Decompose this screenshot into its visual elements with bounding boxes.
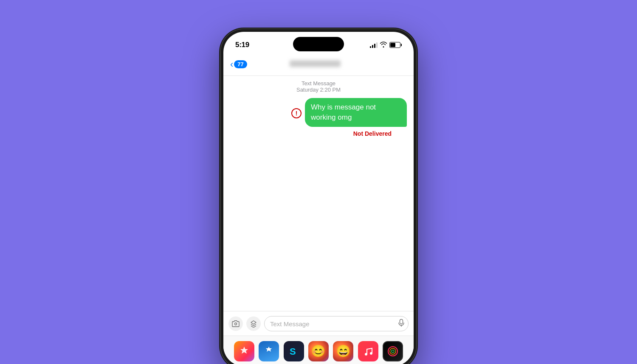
signal-bars-icon <box>370 42 378 48</box>
dock-icon-music[interactable] <box>358 341 378 361</box>
status-time: 5:19 <box>235 41 249 49</box>
svg-point-10 <box>392 350 394 353</box>
back-chevron-icon: ‹ <box>230 60 233 69</box>
dock-icon-appstore[interactable] <box>259 341 279 361</box>
svg-marker-4 <box>240 347 248 354</box>
dock: S 😊 😄 <box>223 336 414 364</box>
dock-icon-photos[interactable] <box>234 341 254 361</box>
timestamp-label: Text Message <box>230 80 407 87</box>
dock-icon-bitmoji2[interactable]: 😄 <box>333 341 353 361</box>
not-delivered-label: Not Delivered <box>230 130 407 137</box>
contact-name-blurred <box>290 60 341 67</box>
back-button[interactable]: ‹ 77 <box>230 60 247 69</box>
signal-bar-3 <box>374 44 375 48</box>
status-icons <box>370 42 402 49</box>
battery-icon <box>389 42 402 48</box>
timestamp-date: Saturday 2:20 PM <box>230 87 407 93</box>
battery-body <box>389 42 400 48</box>
dynamic-island <box>293 37 344 51</box>
svg-text:S: S <box>290 346 296 357</box>
text-input-wrapper[interactable]: Text Message <box>264 316 409 331</box>
status-bar: 5:19 <box>223 32 414 54</box>
svg-point-6 <box>365 353 367 356</box>
mic-icon[interactable] <box>398 319 404 328</box>
signal-bar-4 <box>376 42 378 48</box>
svg-point-9 <box>390 348 396 354</box>
dock-icon-shazam[interactable]: S <box>284 341 304 361</box>
phone-wrapper: 5:19 <box>221 29 416 335</box>
phone-body: 5:19 <box>221 29 416 364</box>
input-bar: Text Message <box>223 311 414 336</box>
back-badge: 77 <box>234 60 247 68</box>
signal-bar-2 <box>372 45 373 48</box>
message-area[interactable]: Text Message Saturday 2:20 PM ! Why is m… <box>223 76 414 311</box>
message-bubble[interactable]: Why is message not working omg <box>305 98 407 127</box>
wifi-icon <box>380 42 387 49</box>
svg-rect-1 <box>400 319 403 324</box>
camera-button[interactable] <box>228 316 243 331</box>
battery-fill <box>390 43 395 47</box>
signal-bar-1 <box>370 46 371 48</box>
apps-button[interactable] <box>246 316 261 331</box>
nav-bar: ‹ 77 <box>223 54 414 76</box>
message-timestamp: Text Message Saturday 2:20 PM <box>230 80 407 93</box>
contact-name[interactable] <box>247 60 383 69</box>
text-input-placeholder: Text Message <box>270 320 310 327</box>
dock-icon-bitmoji1[interactable]: 😊 <box>308 341 329 361</box>
message-row: ! Why is message not working omg <box>230 98 407 127</box>
battery-tip <box>401 44 402 46</box>
svg-point-0 <box>235 323 237 325</box>
phone-screen: 5:19 <box>223 32 414 364</box>
svg-point-7 <box>370 352 372 355</box>
error-icon[interactable]: ! <box>291 108 302 118</box>
dock-icon-fitness[interactable] <box>383 341 403 361</box>
